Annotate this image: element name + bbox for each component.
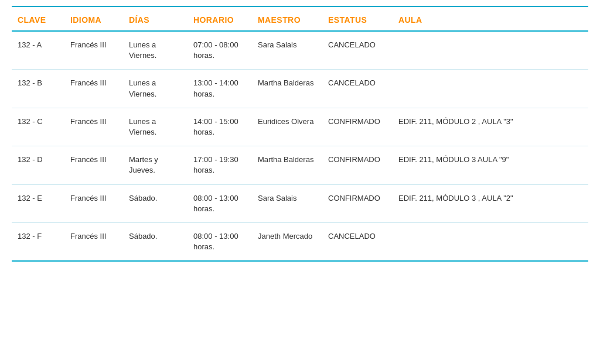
header-idioma: IDIOMA	[64, 6, 123, 31]
main-container: CLAVE IDIOMA DÍAS HORARIO MAESTRO ESTATU…	[0, 0, 600, 364]
header-aula: AULA	[393, 6, 588, 31]
table-row: 132 - FFrancés IIISábado.08:00 - 13:00 h…	[12, 222, 588, 261]
cell-aula	[393, 222, 588, 261]
table-row: 132 - BFrancés IIILunes a Viernes.13:00 …	[12, 70, 588, 108]
cell-dias: Martes y Jueves.	[123, 146, 188, 184]
cell-horario: 13:00 - 14:00 horas.	[188, 70, 252, 108]
cell-horario: 08:00 - 13:00 horas.	[188, 222, 252, 261]
cell-clave: 132 - D	[12, 146, 64, 184]
cell-horario: 07:00 - 08:00 horas.	[188, 31, 252, 70]
cell-clave: 132 - B	[12, 70, 64, 108]
cell-aula	[393, 31, 588, 70]
cell-dias: Lunes a Viernes.	[123, 108, 188, 146]
cell-clave: 132 - F	[12, 222, 64, 261]
cell-idioma: Francés III	[64, 146, 123, 184]
cell-aula: EDIF. 211, MÓDULO 3 , AULA "2"	[393, 184, 588, 222]
cell-maestro: Euridices Olvera	[252, 108, 322, 146]
cell-idioma: Francés III	[64, 184, 123, 222]
cell-horario: 14:00 - 15:00 horas.	[188, 108, 252, 146]
cell-clave: 132 - E	[12, 184, 64, 222]
cell-estatus: CONFIRMADO	[322, 184, 393, 222]
table-header-row: CLAVE IDIOMA DÍAS HORARIO MAESTRO ESTATU…	[12, 6, 588, 31]
cell-horario: 08:00 - 13:00 horas.	[188, 184, 252, 222]
cell-aula	[393, 70, 588, 108]
cell-aula: EDIF. 211, MÓDULO 3 AULA "9"	[393, 146, 588, 184]
header-maestro: MAESTRO	[252, 6, 322, 31]
header-horario: HORARIO	[188, 6, 252, 31]
cell-idioma: Francés III	[64, 31, 123, 70]
cell-clave: 132 - A	[12, 31, 64, 70]
table-row: 132 - EFrancés IIISábado.08:00 - 13:00 h…	[12, 184, 588, 222]
cell-estatus: CANCELADO	[322, 222, 393, 261]
cell-idioma: Francés III	[64, 222, 123, 261]
cell-estatus: CONFIRMADO	[322, 108, 393, 146]
cell-maestro: Janeth Mercado	[252, 222, 322, 261]
cell-dias: Sábado.	[123, 222, 188, 261]
cell-dias: Sábado.	[123, 184, 188, 222]
cell-maestro: Martha Balderas	[252, 70, 322, 108]
schedule-table: CLAVE IDIOMA DÍAS HORARIO MAESTRO ESTATU…	[12, 6, 588, 262]
cell-estatus: CANCELADO	[322, 70, 393, 108]
table-row: 132 - DFrancés IIIMartes y Jueves.17:00 …	[12, 146, 588, 184]
cell-dias: Lunes a Viernes.	[123, 70, 188, 108]
header-clave: CLAVE	[12, 6, 64, 31]
cell-dias: Lunes a Viernes.	[123, 31, 188, 70]
cell-estatus: CONFIRMADO	[322, 146, 393, 184]
cell-aula: EDIF. 211, MÓDULO 2 , AULA "3"	[393, 108, 588, 146]
table-row: 132 - AFrancés IIILunes a Viernes.07:00 …	[12, 31, 588, 70]
cell-horario: 17:00 - 19:30 horas.	[188, 146, 252, 184]
header-dias: DÍAS	[123, 6, 188, 31]
header-estatus: ESTATUS	[322, 6, 393, 31]
table-row: 132 - CFrancés IIILunes a Viernes.14:00 …	[12, 108, 588, 146]
cell-maestro: Sara Salais	[252, 184, 322, 222]
cell-maestro: Sara Salais	[252, 31, 322, 70]
cell-clave: 132 - C	[12, 108, 64, 146]
cell-maestro: Martha Balderas	[252, 146, 322, 184]
cell-idioma: Francés III	[64, 70, 123, 108]
cell-idioma: Francés III	[64, 108, 123, 146]
cell-estatus: CANCELADO	[322, 31, 393, 70]
